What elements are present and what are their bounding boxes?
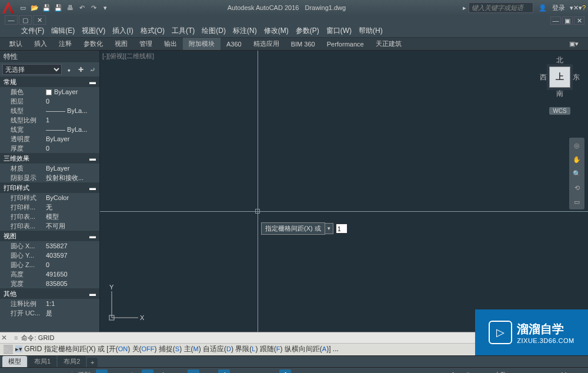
status-units-icon[interactable]: ◫ xyxy=(477,369,489,374)
viewcube-wcs-label[interactable]: WCS xyxy=(549,107,570,115)
status-ortho-icon[interactable]: ∟ xyxy=(142,369,153,374)
prop-row[interactable]: 打印表...不可用 xyxy=(0,221,99,231)
prop-row[interactable]: 线型——— ByLa... xyxy=(0,106,99,115)
layout-tab-add-button[interactable]: + xyxy=(87,358,98,367)
layout-tab-model[interactable]: 模型 xyxy=(2,356,27,367)
app-logo-icon[interactable] xyxy=(2,2,14,14)
ribbon-tab-default[interactable]: 默认 xyxy=(4,38,28,50)
prop-row[interactable]: 高度491650 xyxy=(0,269,99,279)
qat-new-icon[interactable]: ▭ xyxy=(18,2,28,13)
status-infer-icon[interactable]: ⊥ xyxy=(126,369,138,374)
viewcube-east[interactable]: 东 xyxy=(573,72,580,82)
status-gear-icon[interactable]: ⚙ xyxy=(462,369,474,374)
mdi-minimize-button[interactable]: — xyxy=(550,16,561,25)
qat-save-icon[interactable]: 💾 xyxy=(41,2,52,13)
menu-help[interactable]: 帮助(H) xyxy=(359,26,383,36)
menu-insert[interactable]: 插入(I) xyxy=(112,26,133,36)
status-annovis-icon[interactable]: ✚ xyxy=(447,369,459,374)
menu-view[interactable]: 视图(V) xyxy=(82,26,105,36)
prop-row[interactable]: 阴影显示投射和接收... xyxy=(0,173,99,182)
exchange-icon[interactable]: ✕ xyxy=(573,4,579,12)
qat-undo-icon[interactable]: ↶ xyxy=(76,2,87,13)
menu-parametric[interactable]: 参数(P) xyxy=(296,26,319,36)
prop-row[interactable]: 圆心 X...535827 xyxy=(0,241,99,251)
layout-tab-layout2[interactable]: 布局2 xyxy=(58,356,86,367)
ribbon-tab-tianzheng[interactable]: 天正建筑 xyxy=(370,38,407,50)
mdi-close-button[interactable]: ✕ xyxy=(574,16,584,25)
qat-saveas-icon[interactable]: 💾 xyxy=(53,2,64,13)
prop-group-header[interactable]: 其他▬ xyxy=(0,288,99,299)
status-transparency-icon[interactable]: ▦ xyxy=(249,369,260,374)
prop-row[interactable]: 线宽——— ByLa... xyxy=(0,125,99,134)
menu-draw[interactable]: 绘图(D) xyxy=(202,26,226,36)
status-dynamic-input-icon[interactable]: ✚ xyxy=(279,369,291,374)
viewcube[interactable]: 北 西 上 东 南 WCS xyxy=(540,55,580,115)
layout-tab-layout1[interactable]: 布局1 xyxy=(28,356,56,367)
status-hardware-icon[interactable]: ⊡ xyxy=(542,369,554,374)
ribbon-tab-addins[interactable]: 附加模块 xyxy=(183,38,220,50)
cmdline-close-icon[interactable]: ✕ xyxy=(1,334,7,342)
menu-window[interactable]: 窗口(W) xyxy=(326,26,352,36)
prop-row[interactable]: 注释比例1:1 xyxy=(0,299,99,308)
viewcube-top-face[interactable]: 上 xyxy=(549,66,570,88)
status-annoscale-icon[interactable]: 🗎 xyxy=(395,369,406,374)
pickadd-icon[interactable]: ⤾ xyxy=(88,65,97,74)
prop-row[interactable]: 透明度ByLayer xyxy=(0,134,99,144)
drawing-canvas[interactable]: [-][俯视][二维线框] X Y 北 西 上 东 南 WCS ◎ ✋ 🔍 ⟲ … xyxy=(100,51,588,332)
selection-dropdown[interactable]: 无选择 xyxy=(2,64,62,75)
prop-row[interactable]: 圆心 Y...403597 xyxy=(0,251,99,260)
help-icon[interactable]: ? xyxy=(582,4,586,11)
maximize-button[interactable]: ▢ xyxy=(19,15,32,25)
prop-group-header[interactable]: 打印样式▬ xyxy=(0,182,99,193)
ribbon-tab-manage[interactable]: 管理 xyxy=(133,38,158,50)
status-units-text[interactable]: 小数 xyxy=(493,371,508,373)
status-iso-icon[interactable]: ◇ xyxy=(172,369,184,374)
qat-open-icon[interactable]: 📂 xyxy=(29,2,40,13)
status-lineweight-icon[interactable]: ≡ xyxy=(233,369,245,374)
mdi-restore-button[interactable]: ▣ xyxy=(562,16,573,25)
prop-row[interactable]: 线型比例1 xyxy=(0,115,99,125)
ribbon-tab-featured[interactable]: 精选应用 xyxy=(248,38,285,50)
viewcube-south[interactable]: 南 xyxy=(540,89,580,99)
cmdline-handle-icon[interactable]: ≡ xyxy=(14,334,18,341)
status-osnap-icon[interactable]: ▢ xyxy=(188,369,199,374)
quickselect-icon[interactable]: ⬥ xyxy=(64,65,74,74)
ribbon-tab-view[interactable]: 视图 xyxy=(109,38,133,50)
status-3dosnap-icon[interactable]: ◈ xyxy=(203,369,215,374)
ribbon-tab-performance[interactable]: Performance xyxy=(321,39,370,49)
infocenter-signin-icon[interactable]: 👤 xyxy=(538,3,547,12)
ribbon-tab-a360[interactable]: A360 xyxy=(220,39,248,49)
menu-format[interactable]: 格式(O) xyxy=(141,26,165,36)
menu-dimension[interactable]: 标注(N) xyxy=(233,26,257,36)
dynamic-input-options-icon[interactable]: ▼ xyxy=(325,223,333,234)
status-otrack-icon[interactable]: ∠ xyxy=(218,369,230,374)
status-customize-icon[interactable]: ≡ xyxy=(573,369,584,374)
menu-file[interactable]: 文件(F) xyxy=(21,26,44,36)
status-snap-icon[interactable]: ⊞ xyxy=(111,369,123,374)
prop-row[interactable]: 图层0 xyxy=(0,96,99,106)
prop-row[interactable]: 厚度0 xyxy=(0,144,99,153)
menu-edit[interactable]: 编辑(E) xyxy=(51,26,75,36)
status-isolate-icon[interactable]: ◑ xyxy=(527,369,539,374)
login-button[interactable]: 登录 xyxy=(552,4,565,12)
prop-row[interactable]: 打印表...模型 xyxy=(0,212,99,221)
prop-row[interactable]: 圆心 Z...0 xyxy=(0,260,99,269)
prop-row[interactable]: 宽度835805 xyxy=(0,279,99,288)
prop-row[interactable]: 颜色ByLayer xyxy=(0,87,99,96)
minimize-button[interactable]: — xyxy=(5,15,18,25)
prop-row[interactable]: 打印样式ByColor xyxy=(0,193,99,202)
menu-modify[interactable]: 修改(M) xyxy=(264,26,289,36)
qat-dropdown-icon[interactable]: ▾ xyxy=(100,2,111,13)
status-polar-icon[interactable]: ✛ xyxy=(157,369,169,374)
ribbon-tab-bim360[interactable]: BIM 360 xyxy=(285,39,321,49)
prop-row[interactable]: 打印样...无 xyxy=(0,202,99,212)
qat-plot-icon[interactable]: 🖶 xyxy=(65,2,75,13)
viewcube-north[interactable]: 北 xyxy=(540,55,580,65)
menu-tools[interactable]: 工具(T) xyxy=(172,26,195,36)
viewport-label[interactable]: [-][俯视][二维线框] xyxy=(102,52,154,61)
status-grid-icon[interactable]: ▦ xyxy=(96,369,108,374)
status-modelspace-button[interactable]: 模型 xyxy=(76,369,92,374)
nav-zoom-icon[interactable]: 🔍 xyxy=(572,168,582,179)
help-search-input[interactable]: 键入关键字或短语 xyxy=(469,2,533,13)
dynamic-input-field[interactable] xyxy=(336,224,348,234)
